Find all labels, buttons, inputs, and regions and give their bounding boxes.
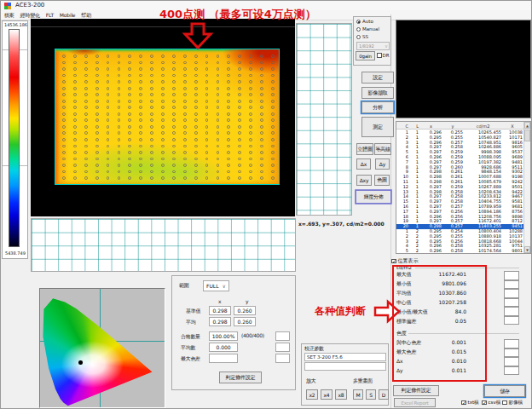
- delta-x-button[interactable]: Δx: [356, 158, 371, 170]
- settings-button[interactable]: 設定: [361, 72, 394, 84]
- measure-point: [217, 164, 220, 167]
- measure-point: [150, 170, 153, 174]
- scroll-thumb[interactable]: [524, 130, 530, 141]
- measure-point: [161, 164, 165, 167]
- radio-auto[interactable]: Auto: [356, 19, 373, 24]
- measure-point: [260, 176, 263, 180]
- column-header[interactable]: y: [442, 124, 463, 129]
- radio-ss[interactable]: SS: [356, 34, 368, 39]
- judge-condition-button-2[interactable]: 判定條件設定: [219, 372, 262, 383]
- multi-D-button[interactable]: D: [379, 389, 389, 400]
- gain-button[interactable]: 0gain: [356, 51, 375, 60]
- measure-point: [205, 55, 209, 58]
- avg-y-field[interactable]: 0.260: [234, 317, 256, 326]
- radio-manual[interactable]: Manual: [356, 26, 379, 32]
- measure-point: [95, 125, 99, 129]
- measure-point: [194, 170, 198, 174]
- measurement-table[interactable]: CLxycd/m2X 110.2960.25510265.45510038210…: [396, 121, 531, 254]
- zoom-x8-button[interactable]: x8: [335, 389, 347, 400]
- measure-point: [128, 100, 131, 103]
- save-button[interactable]: 儲存: [484, 385, 525, 397]
- measure-point: [161, 87, 165, 90]
- measure-point: [139, 176, 142, 180]
- column-header[interactable]: cd/m2: [465, 124, 501, 129]
- table-row[interactable]: 520.2960.25810174.5649801: [396, 249, 524, 254]
- menu-item[interactable]: 檔案: [4, 12, 14, 20]
- multi-S-button[interactable]: S: [366, 389, 376, 400]
- measure-point: [227, 100, 230, 103]
- measure-point: [62, 80, 66, 84]
- heatmap-canvas[interactable]: [31, 19, 295, 216]
- measure-point: [73, 164, 77, 167]
- excel-report-button[interactable]: Excel Report: [394, 398, 436, 407]
- measure-point: [271, 145, 275, 148]
- scroll-down-arrow[interactable]: ▼: [524, 246, 530, 253]
- avg-x-field[interactable]: 0.298: [209, 317, 231, 326]
- measure-point: [139, 118, 142, 122]
- measure-point: [150, 125, 153, 129]
- judge-annotation-rect: [392, 265, 487, 382]
- ref-y-field[interactable]: 0.260: [234, 306, 256, 315]
- contour-button[interactable]: 等高線: [374, 143, 391, 155]
- measure-point: [128, 87, 131, 90]
- delta-xy-button[interactable]: Δxy: [356, 175, 372, 186]
- measure-point: [139, 164, 142, 167]
- table-scrollbar[interactable]: ▲ ▼: [523, 122, 530, 253]
- exposure-select[interactable]: 1/8192∨: [356, 42, 390, 50]
- file-format-checkbox[interactable]: 影像檔: [502, 400, 523, 406]
- column-header[interactable]: C: [398, 124, 408, 129]
- column-header[interactable]: L: [410, 124, 419, 129]
- measure-point: [62, 125, 66, 129]
- measure-point: [107, 164, 110, 167]
- measure-point: [118, 80, 121, 84]
- judge-indicator-box: [504, 357, 519, 366]
- measure-point: [227, 87, 230, 90]
- stereo-button[interactable]: 立體圖: [356, 143, 373, 155]
- measure-point: [84, 55, 88, 58]
- measure-point: [107, 151, 110, 154]
- measure-point: [271, 61, 275, 65]
- pass-count-field: 100.00%: [209, 331, 238, 341]
- measure-point: [84, 118, 88, 122]
- measure-point: [271, 100, 275, 103]
- measure-point: [128, 145, 131, 148]
- measure-point: [84, 151, 88, 154]
- measure-point: [227, 74, 230, 78]
- measure-point: [183, 55, 187, 58]
- column-header[interactable]: X: [502, 124, 523, 129]
- file-format-checkbox[interactable]: csv檔: [482, 400, 500, 406]
- measure-point: [249, 138, 252, 141]
- measure-point: [260, 125, 263, 129]
- measure-point: [107, 131, 110, 135]
- measure-point: [205, 176, 209, 180]
- measure-point: [183, 61, 187, 65]
- multi-M-button[interactable]: M: [353, 389, 363, 400]
- luminance-button[interactable]: 輝度分佈: [356, 190, 391, 204]
- scroll-up-arrow[interactable]: ▲: [524, 122, 530, 129]
- file-format-checkbox[interactable]: txt檔: [461, 400, 479, 406]
- dr-checkbox[interactable]: DR: [377, 53, 390, 58]
- capture-button[interactable]: 影像擷取: [361, 87, 394, 99]
- measure-point: [139, 170, 142, 174]
- measure-point: [205, 164, 209, 167]
- zoom-x4-button[interactable]: x4: [321, 389, 332, 400]
- delta-y-button[interactable]: Δy: [375, 158, 390, 170]
- measure-point: [84, 106, 88, 109]
- colormap-button[interactable]: 色圖: [374, 175, 390, 186]
- menu-item[interactable]: FLT: [46, 12, 54, 18]
- ref-x-field[interactable]: 0.298: [209, 306, 231, 315]
- measure-point: [271, 106, 275, 109]
- measure-point: [107, 176, 110, 180]
- measure-button[interactable]: 測定: [361, 117, 394, 137]
- judge-condition-button[interactable]: 判定條件設定: [393, 385, 439, 396]
- zoom-x2-button[interactable]: x2: [306, 389, 318, 400]
- measure-point: [249, 80, 252, 84]
- measure-point: [205, 67, 209, 71]
- analyze-button[interactable]: 分析: [361, 101, 394, 113]
- range-select[interactable]: FULL∨: [203, 280, 229, 291]
- measure-point: [238, 100, 241, 103]
- measure-point: [205, 170, 209, 174]
- menu-item[interactable]: Mobile: [60, 12, 75, 18]
- measure-point: [128, 176, 131, 180]
- column-header[interactable]: x: [420, 124, 442, 129]
